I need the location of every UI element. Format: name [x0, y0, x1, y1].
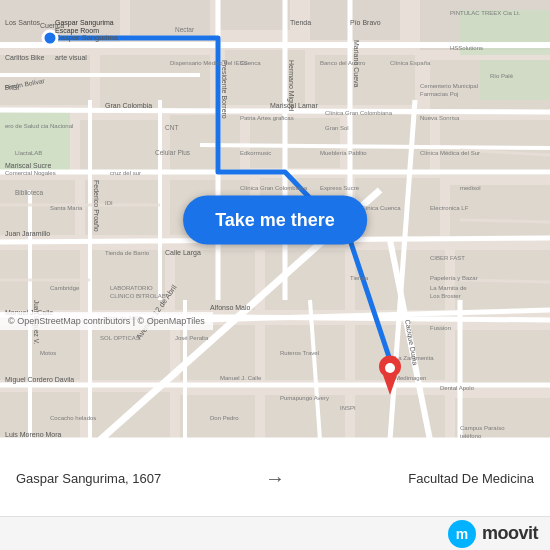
svg-text:Don Pedro: Don Pedro: [210, 415, 239, 421]
svg-text:Fussion: Fussion: [430, 325, 451, 331]
svg-text:Mueblería Pablito: Mueblería Pablito: [320, 150, 367, 156]
svg-text:Gran Sol: Gran Sol: [325, 125, 349, 131]
moovit-brand-name: moovit: [482, 523, 538, 544]
svg-text:Campus Paraíso: Campus Paraíso: [460, 425, 505, 431]
svg-text:Comercial Nogales: Comercial Nogales: [5, 170, 56, 176]
route-to: Facultad De Medicina: [297, 471, 534, 486]
svg-text:Motos: Motos: [40, 350, 56, 356]
svg-text:José Peralta: José Peralta: [175, 335, 209, 341]
svg-text:Tienda: Tienda: [290, 19, 311, 26]
svg-text:La Marnita de: La Marnita de: [430, 285, 467, 291]
svg-text:Biblioteca: Biblioteca: [15, 189, 44, 196]
svg-text:PriSI: PriSI: [5, 84, 19, 91]
svg-text:Nectar: Nectar: [175, 26, 195, 33]
svg-text:Medimagen: Medimagen: [395, 375, 426, 381]
svg-text:Cementerio Municipal: Cementerio Municipal: [420, 83, 478, 89]
svg-text:Cuenca: Cuenca: [40, 22, 64, 29]
svg-rect-2: [130, 0, 210, 35]
bottom-bar: Gaspar Sangurima, 1607 → Facultad De Med…: [0, 440, 550, 550]
svg-line-44: [0, 110, 550, 112]
svg-text:Hermano Miguel: Hermano Miguel: [287, 60, 295, 112]
svg-text:Tienda de Barrio: Tienda de Barrio: [105, 250, 150, 256]
svg-text:CLINICO BITROLAB: CLINICO BITROLAB: [110, 293, 166, 299]
svg-text:Alfonso Malo: Alfonso Malo: [210, 304, 251, 311]
svg-text:Dispensario Médico del IESS: Dispensario Médico del IESS: [170, 60, 248, 66]
moovit-footer: m moovit: [0, 516, 550, 550]
svg-rect-11: [0, 110, 70, 170]
svg-rect-15: [170, 115, 240, 170]
svg-text:Mariscal Sucre: Mariscal Sucre: [5, 162, 51, 169]
svg-text:Juan Jaramillo: Juan Jaramillo: [5, 230, 50, 237]
svg-text:teléfono: teléfono: [460, 433, 482, 439]
svg-text:Río Palé: Río Palé: [490, 73, 514, 79]
svg-text:Gaspar Sangurima: Gaspar Sangurima: [55, 33, 119, 42]
svg-text:Patria Artes graficas: Patria Artes graficas: [240, 115, 294, 121]
svg-text:LABORATORIO: LABORATORIO: [110, 285, 153, 291]
svg-rect-32: [90, 325, 170, 380]
svg-text:Los Santos: Los Santos: [5, 19, 41, 26]
svg-text:PINTULAC TREEX Cia Lt.: PINTULAC TREEX Cia Lt.: [450, 10, 521, 16]
route-arrow-icon: →: [265, 467, 285, 490]
svg-text:Federico Proaño: Federico Proaño: [93, 180, 100, 232]
moovit-logo: m moovit: [448, 520, 538, 548]
map-container: Gaspar Sangurima Gran Colombia Mariscal …: [0, 0, 550, 440]
map-attribution: © OpenStreetMap contributors | © OpenMap…: [0, 312, 213, 330]
svg-text:CIBER FAST: CIBER FAST: [430, 255, 465, 261]
svg-text:Santa Maria: Santa Maria: [50, 205, 83, 211]
svg-rect-3: [220, 0, 290, 30]
svg-text:CNT: CNT: [165, 124, 178, 131]
route-info: Gaspar Sangurima, 1607 → Facultad De Med…: [0, 440, 550, 516]
svg-rect-17: [350, 115, 430, 170]
svg-text:Dental Apolo: Dental Apolo: [440, 385, 475, 391]
svg-text:Carlitos Bike: Carlitos Bike: [5, 54, 44, 61]
svg-text:Manuel J. Calle: Manuel J. Calle: [220, 375, 262, 381]
svg-text:LlactaLAB: LlactaLAB: [15, 150, 42, 156]
svg-text:Pío Bravo: Pío Bravo: [350, 19, 381, 26]
svg-text:Los Broster: Los Broster: [430, 293, 461, 299]
svg-text:Clínica Cuenca: Clínica Cuenca: [360, 205, 401, 211]
take-me-there-button[interactable]: Take me there: [183, 196, 367, 245]
svg-rect-24: [450, 185, 550, 240]
svg-text:Banco del Austro: Banco del Austro: [320, 60, 366, 66]
svg-text:SOL OPTICAS: SOL OPTICAS: [100, 335, 140, 341]
svg-text:Ruteros Travel: Ruteros Travel: [280, 350, 319, 356]
svg-text:Nueva Sonrisa: Nueva Sonrisa: [420, 115, 460, 121]
svg-text:Tienda: Tienda: [350, 275, 369, 281]
svg-text:Edkormusic: Edkormusic: [240, 150, 271, 156]
svg-text:Papelería y Bazar: Papelería y Bazar: [430, 275, 478, 281]
moovit-logo-icon: m: [448, 520, 476, 548]
route-from: Gaspar Sangurima, 1607: [16, 471, 253, 486]
svg-text:Luis Moreno Mora: Luis Moreno Mora: [5, 431, 62, 438]
svg-text:Cocacho helados: Cocacho helados: [50, 415, 96, 421]
svg-text:Cambridge: Cambridge: [50, 285, 80, 291]
svg-text:Clínica Gran Colombiana: Clínica Gran Colombiana: [325, 110, 393, 116]
svg-text:HSSolutions: HSSolutions: [450, 45, 483, 51]
svg-rect-40: [265, 395, 345, 440]
svg-text:Gran Colombia: Gran Colombia: [105, 102, 152, 109]
svg-rect-13: [480, 60, 550, 100]
svg-text:INSPI: INSPI: [340, 405, 356, 411]
svg-point-135: [385, 363, 395, 373]
svg-text:IDI: IDI: [105, 200, 113, 206]
svg-text:medisol: medisol: [460, 185, 481, 191]
svg-text:Clínica Médica del Sur: Clínica Médica del Sur: [420, 150, 480, 156]
svg-text:Express Sucre: Express Sucre: [320, 185, 360, 191]
svg-text:Clínica Gran Colombiana: Clínica Gran Colombiana: [240, 185, 308, 191]
svg-text:Farmacias Poj: Farmacias Poj: [420, 91, 458, 97]
svg-text:Presidente Borrero: Presidente Borrero: [221, 60, 228, 119]
svg-text:cruz del sur: cruz del sur: [110, 170, 141, 176]
svg-text:Pumapungo Avery: Pumapungo Avery: [280, 395, 329, 401]
svg-text:Calle Larga: Calle Larga: [165, 249, 201, 257]
svg-rect-36: [455, 330, 550, 385]
svg-text:La Zarumenita: La Zarumenita: [395, 355, 434, 361]
svg-rect-26: [90, 250, 165, 310]
svg-text:arte visual: arte visual: [55, 54, 87, 61]
svg-text:Celular Plus: Celular Plus: [155, 149, 191, 156]
svg-text:Electronica LF: Electronica LF: [430, 205, 469, 211]
svg-text:ero de Salud cia Nacional: ero de Salud cia Nacional: [5, 123, 73, 129]
svg-rect-6: [0, 55, 90, 105]
svg-line-68: [460, 220, 550, 222]
svg-text:Clínica España: Clínica España: [390, 60, 431, 66]
svg-text:Miguel Cordero Davila: Miguel Cordero Davila: [5, 376, 74, 384]
